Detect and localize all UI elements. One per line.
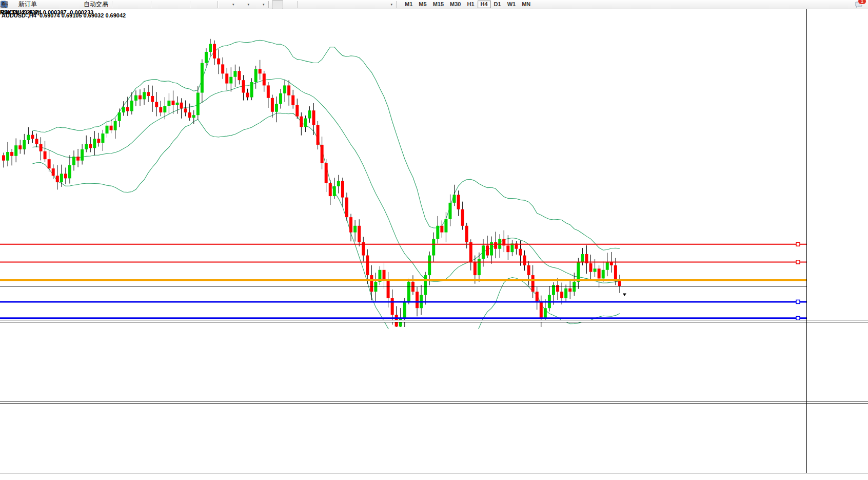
- timeframe-button-mn[interactable]: MN: [519, 1, 534, 8]
- candle-up: [209, 44, 212, 52]
- macd-panel-canvas[interactable]: [0, 331, 806, 410]
- text-button[interactable]: A: [357, 1, 367, 9]
- signal-button[interactable]: [62, 1, 72, 9]
- candle-up: [122, 107, 125, 112]
- panel-divider[interactable]: [0, 401, 868, 404]
- timeframe-button-m5[interactable]: M5: [416, 1, 429, 8]
- text-label-button[interactable]: T: [368, 1, 379, 9]
- text-icon: A: [358, 1, 366, 8]
- new-order-icon: [9, 1, 17, 8]
- candle-down: [171, 101, 174, 105]
- cursor-button[interactable]: [272, 0, 283, 9]
- timeframe-button-m30[interactable]: M30: [447, 1, 464, 8]
- timeframe-button-m1[interactable]: M1: [402, 1, 416, 8]
- candle-up: [279, 93, 282, 104]
- candle-up: [304, 119, 307, 127]
- toolbar-separator: [218, 1, 219, 8]
- candle-up: [594, 268, 597, 272]
- bar-chart-button[interactable]: [115, 1, 126, 9]
- candle-down: [598, 268, 601, 278]
- candle-up: [308, 110, 311, 118]
- candle-up: [577, 262, 580, 282]
- candle-down: [349, 217, 352, 233]
- candle-down: [97, 139, 100, 143]
- profile-button[interactable]: [39, 1, 49, 9]
- candle-down: [300, 117, 303, 127]
- rsi-panel-canvas[interactable]: [0, 9, 154, 86]
- indicators-button[interactable]: ▾: [221, 1, 235, 9]
- candle-down: [618, 281, 621, 286]
- timeframe-button-w1[interactable]: W1: [504, 1, 519, 8]
- candle-down: [271, 98, 274, 112]
- tile-windows-button[interactable]: [177, 1, 187, 9]
- periods-button[interactable]: ▾: [236, 1, 251, 9]
- candle-up: [283, 85, 286, 93]
- candle-down: [469, 242, 472, 262]
- candle-down: [126, 107, 129, 111]
- arrows-button[interactable]: ▾: [380, 1, 394, 9]
- new-order-button[interactable]: 新订单: [8, 1, 38, 9]
- level-line-handle[interactable]: [796, 242, 800, 246]
- toolbar-separator: [190, 1, 191, 8]
- line-chart-button[interactable]: [138, 1, 148, 9]
- auto-trading-label: 自动交易: [84, 0, 108, 9]
- candle-down: [506, 245, 509, 252]
- zoom-out-icon: [167, 1, 175, 8]
- level-line-handle[interactable]: [796, 300, 800, 303]
- vertical-line-button[interactable]: [301, 1, 311, 9]
- candle-up: [101, 133, 104, 143]
- vertical-line-icon: [302, 1, 310, 8]
- chat-icon[interactable]: 1: [855, 1, 863, 8]
- trendline-button[interactable]: [323, 1, 333, 9]
- panel-divider[interactable]: [0, 320, 868, 322]
- candle-down: [139, 95, 142, 100]
- candle-up: [436, 226, 439, 239]
- candle-down: [325, 163, 328, 183]
- candle-down: [246, 93, 249, 98]
- candle-down: [465, 226, 468, 242]
- auto-trading-button[interactable]: 自动交易: [73, 1, 109, 9]
- candle-down: [416, 292, 419, 308]
- candle-down: [440, 226, 443, 233]
- chart-window[interactable]: AUDUSD-,H4 0.69074 0.69105 0.69032 0.690…: [0, 9, 868, 480]
- candle-down: [225, 73, 228, 83]
- candle-up: [424, 275, 427, 295]
- chart-shift-button[interactable]: [205, 1, 215, 9]
- terminal-button[interactable]: [50, 1, 61, 9]
- crosshair-button[interactable]: [284, 1, 294, 9]
- chart-shift-icon: [206, 1, 214, 8]
- horizontal-line-button[interactable]: [312, 1, 322, 9]
- search-icon[interactable]: [841, 1, 850, 8]
- templates-icon: [252, 1, 261, 8]
- equidistant-channel-button[interactable]: E: [334, 1, 345, 9]
- candle-down: [486, 245, 489, 255]
- zoom-out-button[interactable]: [166, 1, 176, 9]
- templates-button[interactable]: ▾: [251, 1, 266, 9]
- candle-down: [321, 145, 324, 163]
- candle-up: [453, 195, 456, 202]
- candle-up: [196, 93, 200, 116]
- timeframe-button-h1[interactable]: H1: [464, 1, 477, 8]
- zoom-in-button[interactable]: [154, 1, 165, 9]
- candlestick-chart-button[interactable]: [127, 1, 137, 9]
- price-axis-border: [806, 9, 807, 473]
- notification-badge[interactable]: 1: [858, 0, 866, 5]
- candle-up: [482, 245, 485, 259]
- candle-down: [64, 174, 67, 178]
- zoom-in-icon: [155, 1, 164, 8]
- level-line-handle[interactable]: [796, 260, 800, 264]
- candle-down: [48, 159, 51, 168]
- timeframe-button-h4[interactable]: H4: [478, 1, 491, 8]
- candle-down: [358, 226, 361, 242]
- candle-down: [317, 125, 320, 145]
- timeframe-button-m15[interactable]: M15: [430, 1, 447, 8]
- fibonacci-icon: F: [347, 1, 355, 8]
- terminal-icon: [51, 1, 60, 8]
- timeframe-button-d1[interactable]: D1: [491, 1, 504, 8]
- fibonacci-button[interactable]: F: [346, 1, 356, 9]
- candle-down: [387, 280, 390, 298]
- candle-down: [221, 64, 224, 73]
- auto-scroll-button[interactable]: [193, 1, 204, 9]
- crosshair-icon: [285, 1, 293, 8]
- signal-icon: [63, 1, 71, 8]
